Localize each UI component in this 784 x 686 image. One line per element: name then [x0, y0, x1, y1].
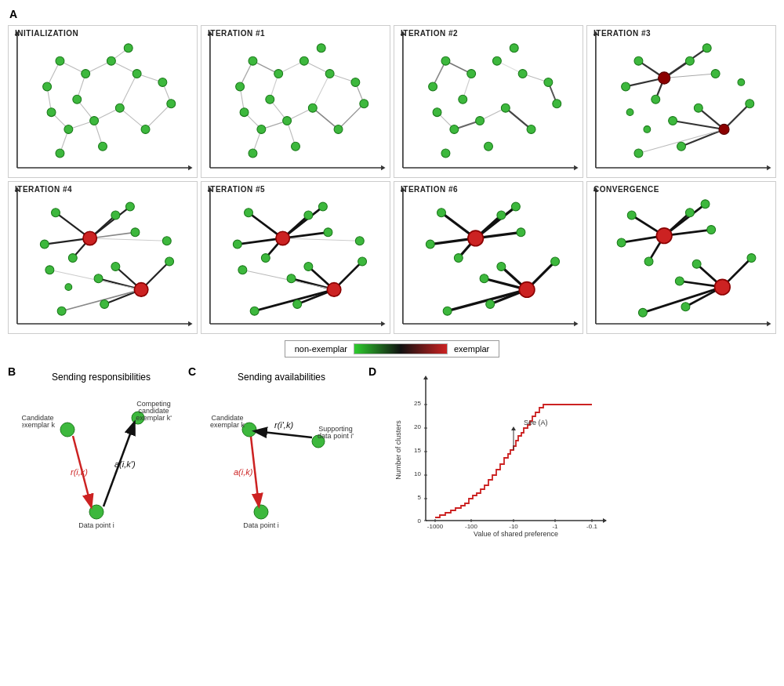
svg-text:-100: -100 [465, 523, 478, 530]
svg-marker-170 [381, 321, 385, 327]
svg-point-93 [429, 82, 437, 91]
svg-text:r(i',k): r(i',k) [274, 420, 293, 430]
diagram-b: B Sending responsibilities [8, 365, 180, 585]
svg-point-251 [675, 277, 684, 285]
svg-point-156 [40, 240, 49, 249]
diagram-c-title: Sending availabilities [209, 372, 354, 383]
panel-convergence: CONVERGENCE [586, 181, 776, 334]
svg-point-65 [351, 78, 360, 87]
svg-point-37 [124, 44, 132, 53]
panel-svg-8 [587, 182, 775, 333]
diagram-b-svg: Candidate exemplar k Competing candidate… [22, 383, 179, 547]
section-c-label: C [188, 365, 196, 378]
svg-text:25: 25 [414, 400, 421, 407]
svg-point-100 [501, 103, 510, 112]
panel-svg-7 [394, 182, 583, 333]
svg-point-200 [327, 283, 340, 296]
bottom-section: B Sending responsibilities [8, 365, 776, 585]
svg-point-216 [437, 209, 446, 217]
svg-point-28 [158, 78, 167, 87]
svg-point-199 [276, 231, 289, 245]
svg-point-252 [747, 254, 756, 263]
svg-point-247 [617, 238, 626, 247]
svg-point-122 [711, 70, 720, 78]
svg-point-97 [433, 108, 441, 117]
svg-point-125 [738, 79, 745, 86]
svg-point-155 [131, 228, 140, 237]
svg-point-129 [669, 117, 677, 125]
panel-iteration6: ITERATION #6 [394, 181, 583, 334]
legend-gradient [354, 343, 448, 354]
svg-point-26 [43, 82, 52, 91]
svg-point-99 [476, 117, 485, 125]
svg-line-117 [681, 129, 724, 147]
svg-line-11 [120, 74, 137, 108]
svg-point-220 [454, 254, 463, 263]
svg-point-158 [162, 237, 171, 245]
svg-point-166 [125, 202, 134, 211]
panel-title-3: ITERATION #2 [401, 29, 458, 38]
svg-point-27 [73, 95, 82, 103]
svg-point-249 [701, 200, 710, 209]
svg-point-25 [132, 70, 141, 78]
svg-point-165 [100, 300, 109, 309]
svg-point-72 [249, 149, 257, 158]
svg-text:-10: -10 [509, 523, 518, 530]
svg-point-191 [355, 237, 364, 245]
svg-text:-0.1: -0.1 [586, 523, 597, 530]
svg-text:exemplar k: exemplar k [22, 421, 56, 429]
svg-point-102 [441, 149, 450, 158]
svg-marker-39 [381, 165, 385, 171]
svg-point-29 [167, 100, 176, 108]
panel-title-5: ITERATION #4 [15, 185, 72, 194]
svg-point-193 [287, 274, 296, 283]
svg-point-103 [485, 142, 493, 151]
panel-svg-6 [201, 182, 390, 333]
svg-line-85 [506, 108, 532, 129]
svg-point-71 [334, 125, 343, 134]
diagram-c-svg: Candidate exemplar k Supporting data poi… [202, 383, 359, 547]
svg-point-133 [677, 142, 686, 151]
panel-title-2: ITERATION #1 [208, 29, 265, 38]
svg-point-33 [115, 103, 124, 112]
svg-text:0: 0 [418, 517, 422, 524]
svg-text:-1000: -1000 [427, 523, 444, 530]
svg-point-162 [111, 263, 120, 271]
svg-text:10: 10 [414, 470, 421, 477]
svg-point-128 [644, 126, 651, 133]
svg-point-196 [250, 307, 259, 315]
svg-point-244 [627, 211, 636, 220]
svg-line-114 [664, 74, 715, 78]
svg-text:exemplar k: exemplar k [210, 421, 245, 429]
svg-point-31 [64, 125, 73, 134]
svg-text:Data point i: Data point i [78, 521, 114, 529]
svg-point-120 [634, 56, 643, 65]
svg-point-219 [426, 240, 434, 249]
main-container: A INITIALIZATION [0, 0, 784, 686]
svg-point-91 [492, 56, 501, 65]
svg-point-190 [261, 254, 270, 263]
svg-point-34 [141, 125, 150, 134]
svg-line-215 [448, 289, 527, 310]
svg-point-135 [659, 72, 670, 84]
svg-point-36 [99, 142, 107, 151]
svg-point-226 [511, 202, 520, 211]
panel-svg-4 [587, 26, 775, 177]
svg-text:Number of clusters: Number of clusters [394, 420, 402, 480]
svg-point-92 [518, 70, 527, 78]
svg-point-126 [746, 100, 754, 108]
panel-iteration1: ITERATION #1 [201, 25, 390, 178]
panel-svg-5 [9, 182, 197, 333]
svg-line-273 [256, 431, 312, 437]
svg-point-253 [638, 308, 647, 317]
legend-container: non-exemplar exemplar [8, 340, 776, 358]
panel-title-6: ITERATION #5 [208, 185, 265, 194]
panel-svg-1 [9, 26, 197, 177]
svg-point-61 [299, 56, 308, 65]
svg-point-63 [236, 82, 245, 91]
svg-point-259 [89, 505, 103, 519]
svg-point-66 [360, 100, 368, 108]
svg-point-223 [551, 257, 560, 266]
svg-marker-202 [574, 321, 578, 327]
svg-text:-1: -1 [552, 523, 558, 530]
